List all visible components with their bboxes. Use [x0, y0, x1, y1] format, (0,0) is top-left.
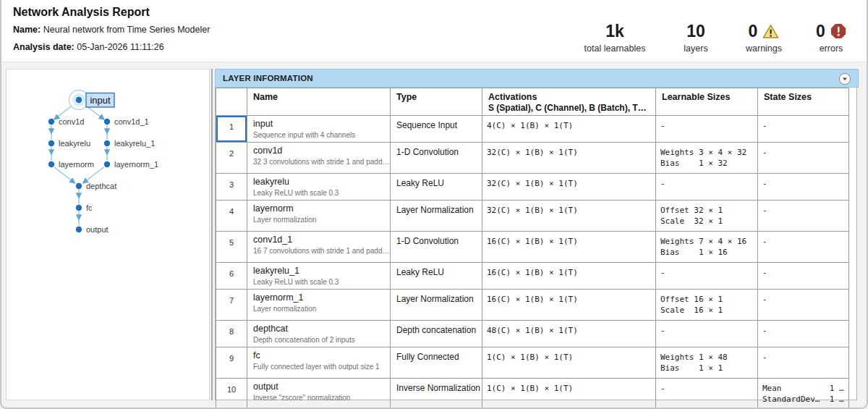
layer-activations: 1(C) × 1(B) × 1(T) — [482, 347, 656, 379]
layer-learnables: - — [656, 263, 758, 290]
layer-type: Layer Normalization — [391, 201, 482, 232]
layer-description: Depth concatenation of 2 inputs — [253, 336, 384, 344]
layer-type: Inverse Normalization — [391, 379, 482, 409]
layer-description: Fully connected layer with output size 1 — [253, 363, 384, 371]
errors-label: errors — [816, 43, 846, 54]
table-row-leakyrelu[interactable]: 3 leakyreluLeaky ReLU with scale 0.3 Lea… — [216, 174, 849, 201]
layers-label: layers — [684, 43, 707, 54]
layer-description: Leaky ReLU with scale 0.3 — [253, 278, 384, 286]
layer-name: leakyrelu_1 — [253, 266, 384, 276]
table-row-conv1d_1[interactable]: 5 conv1d_116 7 convolutions with stride … — [216, 232, 849, 263]
table-row-depthcat[interactable]: 8 depthcatDepth concatenation of 2 input… — [216, 321, 849, 347]
layer-learnables: - — [656, 174, 758, 201]
stat-errors: 0 errors — [816, 22, 846, 54]
report-header: Network Analysis Report Name: Neural net… — [0, 0, 868, 62]
table-row-conv1d[interactable]: 2 conv1d32 3 convolutions with stride 1 … — [216, 143, 849, 174]
diagram-node-input[interactable]: input — [69, 90, 115, 110]
column-header-index — [216, 88, 247, 116]
diagram-node-fc[interactable]: fc — [76, 203, 93, 212]
page-title: Network Analysis Report — [13, 6, 150, 19]
table-row-leakyrelu_1[interactable]: 6 leakyrelu_1Leaky ReLU with scale 0.3 L… — [216, 263, 849, 290]
layer-name: leakyrelu — [253, 177, 384, 187]
diagram-node-leakyrelu_1[interactable]: leakyrelu_1 — [104, 139, 155, 148]
diagram-node-conv1d[interactable]: conv1d — [48, 117, 85, 126]
layer-name: input — [253, 119, 384, 129]
panel-splitter[interactable] — [211, 69, 213, 400]
warning-icon — [762, 24, 779, 39]
layer-name: fc — [253, 350, 384, 360]
layer-type: 1-D Convolution — [391, 143, 482, 174]
row-index[interactable]: 6 — [216, 263, 247, 290]
layer-learnables: Weights 3 × 4 × 32 Bias 1 × 32 — [656, 143, 758, 174]
network-name-line: Name: Neural network from Time Series Mo… — [13, 25, 210, 35]
node-label-layernorm_1: layernorm_1 — [114, 160, 158, 169]
node-label-fc: fc — [86, 203, 93, 212]
layer-name: layernorm_1 — [253, 292, 384, 303]
row-index[interactable]: 2 — [216, 143, 247, 174]
row-index[interactable]: 8 — [216, 321, 247, 347]
column-header-activations: Activations S (Spatial), C (Channel), B … — [482, 88, 656, 116]
row-index[interactable]: 10 — [216, 379, 247, 409]
layer-type: Layer Normalization — [391, 290, 482, 321]
row-index[interactable]: 5 — [216, 232, 247, 263]
row-index-selected[interactable]: 1 — [216, 116, 247, 143]
row-index[interactable]: 4 — [216, 201, 247, 232]
layer-type: Depth concatenation — [391, 321, 482, 347]
table-row-output[interactable]: 10 outputInverse "zscore" normalization … — [216, 379, 849, 409]
date-value: 05-Jan-2026 11:11:26 — [77, 42, 163, 52]
node-label-input: input — [90, 95, 111, 106]
layers-value: 10 — [686, 22, 705, 41]
layer-name: layernorm — [253, 203, 384, 214]
layer-name: output — [253, 381, 384, 392]
layer-information-header-bar: LAYER INFORMATION — [215, 69, 859, 88]
row-index[interactable]: 7 — [216, 290, 247, 321]
diagram-node-output[interactable]: output — [76, 225, 109, 234]
layer-description: Inverse "zscore" normalization — [253, 394, 384, 402]
layer-type: Fully Connected — [391, 347, 482, 379]
name-label: Name: — [13, 25, 41, 35]
layer-type: Sequence Input — [391, 116, 482, 143]
layer-learnables: - — [656, 379, 758, 409]
layer-description: Layer normalization — [253, 305, 384, 313]
network-diagram: input conv1d conv1d_1 leakyrelu leakyrel… — [7, 69, 210, 401]
table-row-layernorm_1[interactable]: 7 layernorm_1Layer normalization Layer N… — [216, 290, 849, 321]
collapse-panel-button[interactable] — [838, 72, 851, 85]
layer-activations: 32(C) × 1(B) × 1(T) — [482, 201, 656, 232]
node-label-layernorm: layernorm — [59, 160, 94, 169]
analysis-date-line: Analysis date: 05-Jan-2026 11:11:26 — [13, 42, 164, 52]
edge-input-conv1d_1 — [86, 106, 104, 119]
layer-information-table: Name Type Activations S (Spatial), C (Ch… — [216, 88, 849, 409]
row-index[interactable]: 3 — [216, 174, 247, 201]
node-label-depthcat: depthcat — [86, 182, 116, 190]
layer-learnables: Weights 7 × 4 × 16 Bias 1 × 16 — [656, 232, 758, 263]
diagram-node-depthcat[interactable]: depthcat — [76, 182, 116, 190]
layer-states: - — [758, 263, 849, 290]
layer-type: Leaky ReLU — [391, 174, 482, 201]
diagram-node-leakyrelu[interactable]: leakyrelu — [48, 139, 90, 148]
layer-states: - — [758, 290, 849, 321]
row-index[interactable]: 9 — [216, 347, 247, 379]
node-label-leakyrelu_1: leakyrelu_1 — [114, 139, 155, 148]
table-row-input[interactable]: 1 inputSequence input with 4 channels Se… — [216, 116, 849, 143]
activations-subtitle: S (Spatial), C (Channel), B (Batch), T… — [488, 103, 650, 113]
layer-states: - — [758, 321, 849, 347]
table-row-fc[interactable]: 9 fcFully connected layer with output si… — [216, 347, 849, 379]
table-header-row: Name Type Activations S (Spatial), C (Ch… — [216, 88, 849, 116]
layer-activations: 1(C) × 1(B) × 1(T) — [482, 379, 656, 409]
warnings-value: 0 — [749, 22, 758, 41]
node-label-leakyrelu: leakyrelu — [59, 139, 90, 148]
column-header-name: Name — [247, 88, 391, 116]
layer-type: 1-D Convolution — [391, 232, 482, 263]
errors-value: 0 — [816, 22, 825, 41]
diagram-node-layernorm_1[interactable]: layernorm_1 — [104, 160, 158, 169]
total-learnables-value: 1k — [605, 22, 624, 41]
column-header-state-sizes: State Sizes — [758, 88, 849, 116]
table-row-layernorm[interactable]: 4 layernormLayer normalization Layer Nor… — [216, 201, 849, 232]
layer-description: 16 7 convolutions with stride 1 and padd… — [253, 247, 384, 255]
layer-activations: 16(C) × 1(B) × 1(T) — [482, 232, 656, 263]
edge-layernorm_1-depthcat — [83, 167, 105, 183]
diagram-node-conv1d_1[interactable]: conv1d_1 — [104, 117, 149, 126]
name-value: Neural network from Time Series Modeler — [43, 25, 210, 35]
layer-learnables: Weights 1 × 48 Bias 1 × 1 — [656, 347, 758, 379]
layer-activations: 16(C) × 1(B) × 1(T) — [482, 263, 656, 290]
